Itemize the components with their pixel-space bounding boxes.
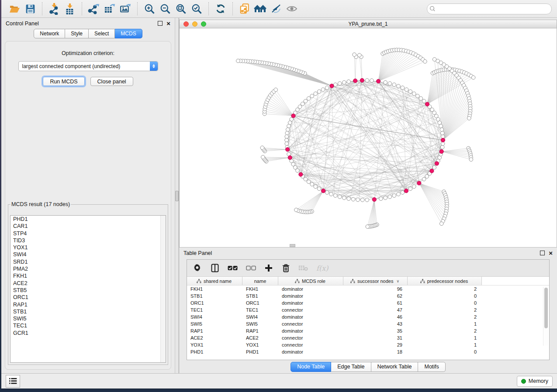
tab-style[interactable]: Style [65, 29, 89, 38]
graph-node[interactable] [384, 81, 387, 85]
cybrowser-icon[interactable] [253, 2, 268, 16]
mcds-result-item[interactable]: SWI4 [10, 251, 166, 258]
graph-node[interactable] [287, 124, 291, 128]
column-header-shared-name[interactable]: shared name [187, 277, 242, 285]
mcds-result-item[interactable]: PMA2 [10, 265, 166, 272]
graph-node[interactable] [401, 191, 405, 195]
graph-node[interactable] [236, 59, 240, 63]
tab-edge-table[interactable]: Edge Table [331, 362, 371, 372]
graph-node[interactable] [405, 88, 408, 92]
mcds-result-item[interactable]: PHD1 [10, 216, 166, 223]
graph-node[interactable] [310, 182, 314, 186]
graph-node[interactable] [365, 79, 369, 83]
table-row[interactable]: STB1STB1dominator620 [187, 292, 549, 299]
graph-node[interactable] [338, 195, 342, 199]
mcds-result-item[interactable]: RAP1 [10, 301, 166, 308]
tab-select[interactable]: Select [89, 29, 115, 38]
graph-node[interactable] [370, 79, 374, 83]
graph-node[interactable] [274, 88, 278, 92]
graph-node[interactable] [388, 82, 392, 86]
graph-node[interactable] [392, 194, 396, 198]
graph-hub-node[interactable] [353, 79, 357, 83]
graph-node[interactable] [440, 131, 444, 135]
graph-node[interactable] [416, 94, 420, 98]
graph-node[interactable] [314, 92, 318, 96]
graph-node[interactable] [294, 208, 298, 212]
graph-node[interactable] [329, 192, 333, 196]
maximize-window-icon[interactable] [201, 21, 206, 27]
graph-node[interactable] [285, 138, 289, 142]
graph-node[interactable] [422, 177, 426, 181]
graph-node[interactable] [307, 96, 311, 100]
table-row[interactable]: SWI4SWI4dominator462 [187, 313, 549, 320]
graph-hub-node[interactable] [430, 169, 434, 173]
save-session-icon[interactable] [22, 2, 38, 16]
mcds-result-item[interactable]: GCR1 [10, 330, 166, 337]
graph-hub-node[interactable] [322, 189, 325, 193]
graph-node[interactable] [356, 198, 360, 202]
graph-node[interactable] [314, 185, 318, 189]
mcds-list-scrollbar[interactable] [160, 216, 166, 362]
graph-node[interactable] [286, 128, 290, 132]
graph-node[interactable] [325, 86, 329, 90]
minimize-window-icon[interactable] [192, 21, 197, 27]
delete-column-icon[interactable] [281, 263, 290, 273]
network-canvas[interactable] [179, 28, 557, 248]
graph-node[interactable] [343, 196, 346, 200]
graph-node[interactable] [357, 53, 361, 57]
column-header-successor-nodes[interactable]: successor nodes∨ [343, 277, 408, 285]
graph-node[interactable] [360, 198, 364, 202]
graph-node[interactable] [388, 195, 392, 199]
graph-node[interactable] [423, 60, 427, 64]
graph-node[interactable] [379, 197, 383, 201]
mcds-result-item[interactable]: STP4 [10, 230, 166, 237]
float-panel-button[interactable] [158, 21, 163, 26]
graph-node[interactable] [321, 88, 325, 92]
graph-node[interactable] [351, 197, 355, 201]
float-table-panel-button[interactable] [540, 251, 545, 255]
mcds-result-item[interactable]: STB1 [10, 308, 166, 315]
graph-hub-node[interactable] [439, 150, 443, 154]
graph-node[interactable] [347, 197, 351, 201]
graph-node[interactable] [401, 86, 405, 90]
run-mcds-button[interactable]: Run MCDS [43, 77, 84, 86]
zoom-out-icon[interactable] [157, 2, 173, 16]
table-row[interactable]: ORC1ORC1dominator610 [187, 299, 549, 306]
graph-node[interactable] [366, 225, 370, 229]
graph-node[interactable] [422, 99, 426, 103]
graph-node[interactable] [317, 89, 321, 93]
graph-node[interactable] [260, 146, 264, 150]
graph-node[interactable] [304, 99, 308, 103]
graph-hub-node[interactable] [377, 79, 381, 83]
mcds-result-item[interactable]: TEC1 [10, 322, 166, 329]
close-panel-button-mcds[interactable]: Close panel [90, 77, 133, 86]
mcds-result-item[interactable]: SRD1 [10, 258, 166, 265]
memory-button[interactable]: Memory [517, 376, 553, 387]
graph-node[interactable] [412, 185, 416, 189]
graph-hub-node[interactable] [330, 84, 334, 88]
table-row[interactable]: FKH1FKH1dominator962 [187, 285, 549, 292]
graph-hub-node[interactable] [404, 189, 408, 193]
network-window-titlebar[interactable]: YPA_prune.txt_1 [179, 20, 557, 28]
graph-node[interactable] [425, 175, 429, 179]
tab-node-table[interactable]: Node Table [291, 362, 331, 372]
graph-node[interactable] [310, 94, 314, 98]
table-row[interactable]: ACE2ACE2connector311 [187, 334, 549, 341]
search-box[interactable] [427, 3, 552, 14]
graph-node[interactable] [343, 81, 346, 85]
table-row[interactable]: RAP1RAP1dominator352 [187, 327, 549, 334]
mcds-result-item[interactable]: ACE2 [10, 280, 166, 287]
graph-node[interactable] [392, 83, 396, 87]
open-session-icon[interactable] [7, 2, 22, 16]
column-header-MCDS-role[interactable]: MCDS role [278, 277, 343, 285]
tab-network[interactable]: Network [34, 29, 65, 38]
graph-hub-node[interactable] [291, 114, 295, 118]
graph-node[interactable] [440, 128, 444, 132]
table-row[interactable]: PHD1PHD1dominator180 [187, 348, 549, 355]
graph-node[interactable] [408, 187, 412, 191]
graph-node[interactable] [347, 80, 351, 84]
close-table-panel-button[interactable]: × [549, 251, 553, 255]
select-all-icon[interactable] [228, 263, 238, 273]
graph-node[interactable] [471, 76, 475, 79]
graph-node[interactable] [467, 117, 471, 120]
